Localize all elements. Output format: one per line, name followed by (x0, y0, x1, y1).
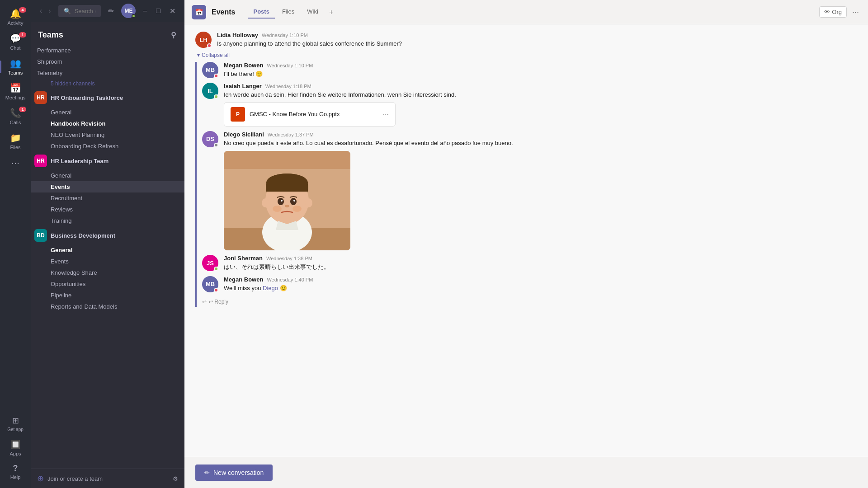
nav-item-more[interactable]: ··· (0, 154, 31, 173)
collapse-all-link[interactable]: ▾ Collapse all (195, 52, 857, 58)
activity-label: Activity (8, 20, 24, 26)
file-more-button[interactable]: ··· (383, 110, 389, 118)
channel-knowledge-share[interactable]: Knowledge Share (31, 267, 184, 278)
message-row-joni: JS Joni Sherman Wednesday 1:38 PM はい、それは… (202, 255, 857, 272)
reply-label: ↩ Reply (208, 299, 228, 305)
team-group-business-dev: BD Business Development ··· General Even… (31, 226, 184, 312)
message-content-joni: Joni Sherman Wednesday 1:38 PM はい、それは素晴ら… (224, 255, 857, 272)
author-isaiah: Isaiah Langer (224, 83, 262, 89)
settings-icon[interactable]: ⚙ (173, 475, 178, 482)
diego-mention[interactable]: Diego (263, 285, 278, 291)
channel-pipeline[interactable]: Pipeline (31, 290, 184, 301)
window-minimize-button[interactable]: – (141, 5, 149, 17)
channel-more-button[interactable]: ··· (850, 5, 861, 19)
tab-wiki[interactable]: Wiki (302, 5, 324, 19)
team-header-hr-onboarding[interactable]: HR HR Onboarding Taskforce ··· (31, 89, 184, 107)
message-meta-megan-1: Megan Bowen Wednesday 1:10 PM (224, 62, 857, 69)
nav-item-calls[interactable]: 1 📞 Calls (0, 104, 31, 129)
tab-files[interactable]: Files (277, 5, 300, 19)
team-header-business-dev[interactable]: BD Business Development ··· (31, 226, 184, 244)
tab-posts[interactable]: Posts (248, 5, 274, 19)
file-attachment-pptx[interactable]: P GMSC - Know Before You Go.pptx ··· (224, 102, 396, 127)
window-maximize-button[interactable]: □ (154, 5, 162, 17)
text-diego: No creo que pueda ir este año. Lo cual e… (224, 139, 857, 148)
search-bar[interactable]: 🔍 (58, 5, 101, 17)
message-meta-lidia: Lidia Holloway Wednesday 1:10 PM (217, 32, 857, 38)
user-avatar[interactable]: ME (121, 4, 136, 18)
messages-area[interactable]: LH Lidia Holloway Wednesday 1:10 PM Is a… (184, 24, 868, 457)
online-status-dot (132, 14, 136, 18)
svg-point-13 (262, 198, 269, 207)
get-app-icon: ⊞ (12, 416, 19, 426)
svg-point-11 (285, 205, 289, 207)
org-button[interactable]: 👁 Org (819, 6, 847, 18)
filter-button[interactable]: ⚲ (169, 29, 178, 41)
channel-recruitment[interactable]: Recruitment (31, 192, 184, 204)
message-row-isaiah: IL Isaiah Langer Wednesday 1:18 PM Ich w… (202, 83, 857, 127)
message-meta-diego: Diego Siciliani Wednesday 1:37 PM (224, 131, 857, 138)
nav-item-help[interactable]: ? Help (0, 460, 31, 483)
nav-item-apps[interactable]: 🔲 Apps (0, 436, 31, 460)
message-content-isaiah: Isaiah Langer Wednesday 1:18 PM Ich werd… (224, 83, 857, 127)
new-conversation-button[interactable]: ✏ New conversation (195, 465, 273, 481)
nav-item-activity[interactable]: 4 🔔 Activity (0, 5, 31, 29)
channel-item-shiproom[interactable]: Shiproom (31, 56, 184, 67)
channel-general-business-dev[interactable]: General (31, 244, 184, 256)
author-diego: Diego Siciliani (224, 131, 264, 138)
channel-handbook-revision[interactable]: Handbook Revision (31, 118, 184, 129)
message-content-megan-1: Megan Bowen Wednesday 1:10 PM I'll be th… (224, 62, 857, 79)
author-joni: Joni Sherman (224, 255, 263, 262)
message-meta-joni: Joni Sherman Wednesday 1:38 PM (224, 255, 857, 262)
channel-item-telemetry[interactable]: Telemetry (31, 67, 184, 79)
svg-point-7 (278, 198, 284, 205)
top-bar: ‹ › 🔍 ✏ ME – □ ✕ (31, 0, 184, 22)
join-create-team[interactable]: ⊕ Join or create a team ⚙ (31, 469, 184, 488)
message-row-lidia: LH Lidia Holloway Wednesday 1:10 PM Is a… (195, 32, 857, 48)
nav-arrows: ‹ › (38, 5, 53, 17)
nav-item-chat[interactable]: 1 💬 Chat (0, 29, 31, 54)
svg-point-9 (281, 200, 283, 202)
collapse-chevron: ▾ (197, 52, 200, 58)
add-tab-button[interactable]: + (326, 6, 337, 18)
channel-events-business-dev[interactable]: Events (31, 256, 184, 267)
team-avatar-hr-leadership: HR (34, 155, 47, 167)
author-megan-1: Megan Bowen (224, 62, 263, 69)
svg-point-6 (292, 206, 302, 212)
sidebar-header: Teams ⚲ (31, 22, 184, 45)
channel-item-performance[interactable]: Performance (31, 45, 184, 56)
text-megan-2: We'll miss you Diego 😟 (224, 284, 857, 293)
compose-button[interactable]: ✏ (106, 5, 116, 17)
more-nav-icon: ··· (11, 157, 19, 169)
join-team-label: Join or create a team (47, 475, 169, 482)
channel-onboarding-deck[interactable]: Onboarding Deck Refresh (31, 141, 184, 152)
reply-button[interactable]: ↩ ↩ Reply (202, 297, 857, 307)
channel-reviews[interactable]: Reviews (31, 204, 184, 215)
window-close-button[interactable]: ✕ (168, 5, 177, 17)
message-image-diego (224, 151, 350, 250)
channel-general-hr-onboarding[interactable]: General (31, 107, 184, 118)
nav-item-meetings[interactable]: 📅 Meetings (0, 79, 31, 104)
channel-opportunities[interactable]: Opportunities (31, 278, 184, 290)
nav-item-files[interactable]: 📁 Files (0, 129, 31, 154)
nav-item-teams[interactable]: 👥 Teams (0, 54, 31, 79)
nav-bar: 4 🔔 Activity 1 💬 Chat 👥 Teams 📅 Meetings… (0, 0, 31, 488)
channel-reports-data[interactable]: Reports and Data Models (31, 301, 184, 312)
nav-item-get-app[interactable]: ⊞ Get app (0, 412, 31, 436)
search-input[interactable] (75, 8, 96, 14)
forward-button[interactable]: › (47, 5, 52, 17)
apps-icon: 🔲 (10, 440, 20, 450)
team-header-hr-leadership[interactable]: HR HR Leadership Team ··· (31, 152, 184, 170)
channel-events-hr-leadership[interactable]: Events (31, 181, 184, 192)
channel-neo-event-planning[interactable]: NEO Event Planning (31, 129, 184, 141)
new-conv-icon: ✏ (204, 469, 210, 476)
teams-icon: 👥 (10, 58, 21, 69)
channel-training[interactable]: Training (31, 215, 184, 226)
status-diego (214, 143, 218, 147)
channel-header-right: 👁 Org ··· (819, 5, 861, 19)
back-button[interactable]: ‹ (38, 5, 44, 17)
message-meta-isaiah: Isaiah Langer Wednesday 1:18 PM (224, 83, 857, 89)
events-channel-icon: 📅 (195, 9, 203, 16)
channel-general-hr-leadership[interactable]: General (31, 170, 184, 181)
hidden-channels-link[interactable]: 5 hidden channels (31, 79, 184, 89)
message-row-megan-1: MB Megan Bowen Wednesday 1:10 PM I'll be… (202, 62, 857, 79)
